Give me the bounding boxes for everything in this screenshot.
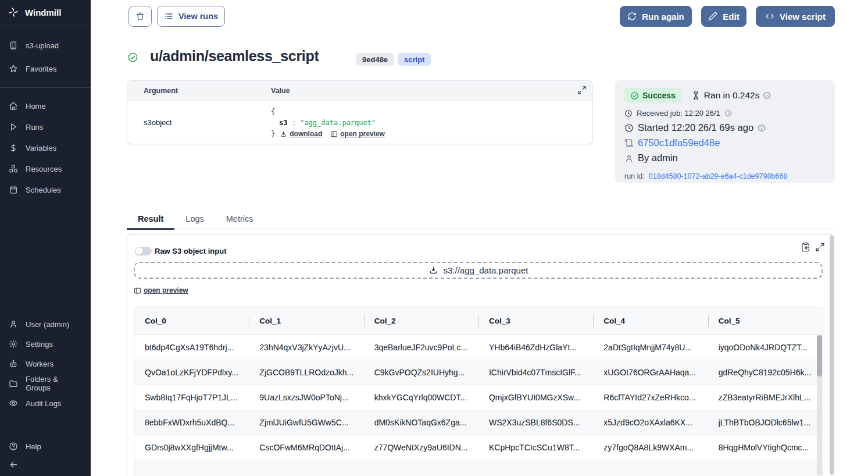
run-again-button[interactable]: Run again <box>620 6 692 27</box>
tab-logs[interactable]: Logs <box>174 213 215 230</box>
sidebar-item-variables[interactable]: Variables <box>0 137 91 158</box>
expand-arguments-button[interactable] <box>577 86 587 95</box>
download-icon <box>280 130 287 138</box>
sidebar-item-label: Favorites <box>26 65 56 73</box>
home-icon <box>9 101 18 111</box>
table-cell: zZB3eatyrRiBMEJrXlhL... <box>708 393 823 402</box>
json-string-value: "agg_data.parquet" <box>300 119 376 127</box>
table-cell: jLThBTbOBJODlc65lw1... <box>708 418 823 427</box>
script-type-badge: script <box>398 53 431 66</box>
column-header-col-4: Col_4 <box>593 307 708 335</box>
sidebar-item-s3-upload[interactable]: s3-upload <box>0 34 91 57</box>
sidebar-item-user-admin[interactable]: User (admin) <box>0 314 91 334</box>
run-by-row: By admin <box>624 152 826 164</box>
script-hash-badge: 9ed48e <box>356 53 394 66</box>
dollar-icon <box>9 143 18 152</box>
result-tabs: ResultLogsMetrics <box>127 213 834 229</box>
s3-file-download-button[interactable]: s3://agg_data.parquet <box>134 262 823 279</box>
calendar-icon <box>9 185 18 194</box>
raw-s3-input-toggle[interactable] <box>135 247 152 255</box>
argument-value-json: { s3 : "agg_data.parquet" } download ope… <box>271 101 385 143</box>
table-row: Swb8Iq17FqHjoT7P1JL...9UazLsxzsJW0oPToNj… <box>134 385 823 410</box>
s3-file-label: s3://agg_data.parquet <box>444 265 528 275</box>
robot-icon <box>9 359 18 368</box>
sidebar-item-audit-logs[interactable]: Audit Logs <box>0 393 91 413</box>
status-badge: Success <box>624 88 681 103</box>
argument-name: s3object <box>127 101 271 143</box>
toggle-knob <box>135 247 143 255</box>
table-cell: khxkYGCqYrlq00WCDT... <box>364 393 478 402</box>
page-title: u/admin/seamless_script <box>150 48 319 65</box>
table-cell: CscOFwM6MRqDOttAj... <box>249 443 363 452</box>
list-icon <box>164 12 173 21</box>
json-key: s3 <box>279 119 287 127</box>
sidebar-item-label: Variables <box>26 144 56 152</box>
sidebar-item-folders-groups[interactable]: Folders & Groups <box>0 374 91 393</box>
column-header-col-2: Col_2 <box>364 307 478 335</box>
table-cell: IChirVbid4c07TmscIGlF... <box>478 368 593 377</box>
star-icon <box>9 64 18 73</box>
maximize-result-button[interactable] <box>815 242 825 252</box>
table-cell: Swb8Iq17FqHjoT7P1JL... <box>134 393 249 402</box>
table-cell: QvOa1oLzKFjYDFPdlxy... <box>134 368 249 377</box>
delete-run-button[interactable] <box>128 6 152 27</box>
run-again-label: Run again <box>642 12 684 22</box>
arguments-row: s3object { s3 : "agg_data.parquet" } dow… <box>127 101 592 143</box>
result-panel-scrollbar[interactable] <box>830 235 834 475</box>
windmill-logo[interactable]: Windmill <box>0 0 91 24</box>
clock-icon <box>624 109 633 118</box>
sidebar-item-schedules[interactable]: Schedules <box>0 179 91 200</box>
copy-result-button[interactable] <box>801 242 810 252</box>
sidebar-item-runs[interactable]: Runs <box>0 116 91 137</box>
refresh-icon <box>627 12 637 21</box>
job-id-link[interactable]: 6750c1dfa59ed48e <box>638 137 720 148</box>
hourglass-icon <box>691 91 701 100</box>
run-id-link[interactable]: 018d4580-1072-ab29-e6a4-c1de9798b668 <box>649 172 787 180</box>
sidebar-item-help[interactable]: Help <box>0 438 91 455</box>
folder-icon <box>9 379 18 388</box>
view-script-button[interactable]: View script <box>756 6 835 27</box>
table-cell: ZjGCOB9TLLROdzoJkh... <box>249 368 363 377</box>
column-header-col-5: Col_5 <box>708 307 823 335</box>
collapse-sidebar-button[interactable] <box>8 459 20 471</box>
sidebar-item-settings[interactable]: Settings <box>0 334 91 354</box>
value-column-header: Value <box>271 87 290 95</box>
table-row: GDrs0j8wXXgfHgjjMtw...CscOFwM6MRqDOttAj.… <box>134 435 823 460</box>
table-scrollbar-thumb[interactable] <box>817 335 822 376</box>
run-status-card: Success Ran in 0.242s Received job: 12:2… <box>615 80 835 183</box>
check-circle-icon <box>630 91 639 100</box>
sidebar-item-label: Resources <box>26 165 62 173</box>
scroll-icon <box>624 138 634 148</box>
started-row: Started 12:20 26/1 69s ago <box>624 122 826 133</box>
edit-button[interactable]: Edit <box>701 6 746 27</box>
table-cell: QmjxGfBYUI0MGzXSw... <box>478 393 593 402</box>
tab-metrics[interactable]: Metrics <box>215 213 265 230</box>
table-cell: 3qeBarlueJF2uvc9PoLc... <box>364 343 478 352</box>
sidebar-item-favorites[interactable]: Favorites <box>0 57 91 80</box>
download-link[interactable]: download <box>280 129 322 140</box>
table-cell: C9kGvPOQZs2IUHyhg... <box>364 368 478 377</box>
result-data-table: Col_0Col_1Col_2Col_3Col_4Col_5 bt6dp4CgX… <box>134 307 823 476</box>
view-runs-button[interactable]: View runs <box>157 6 225 27</box>
open-preview-link[interactable]: open preview <box>330 129 385 140</box>
table-cell: bt6dp4CgXsA19T6hdrj... <box>134 343 249 352</box>
panel-preview-icon <box>330 130 338 138</box>
sidebar-item-resources[interactable]: Resources <box>0 158 91 179</box>
table-cell: R6cfTAYtd27xZeRHkco... <box>593 393 708 402</box>
table-header-row: Col_0Col_1Col_2Col_3Col_4Col_5 <box>134 307 823 335</box>
code-icon <box>765 12 774 21</box>
tab-result[interactable]: Result <box>127 213 174 230</box>
panel-preview-icon <box>134 287 141 294</box>
table-cell: gdReQhyC8192c05H6k... <box>708 368 823 377</box>
table-cell: 23hN4qxV3jZkYyAzjvU... <box>249 343 363 352</box>
table-row: QvOa1oLzKFjYDFPdlxy...ZjGCOB9TLLROdzoJkh… <box>134 360 823 385</box>
sidebar-item-label: Help <box>26 442 41 451</box>
download-icon <box>428 265 438 275</box>
edit-label: Edit <box>723 12 739 22</box>
page: Windmill s3-uploadFavorites HomeRunsVari… <box>0 0 868 476</box>
sidebar-item-workers[interactable]: Workers <box>0 354 91 374</box>
sidebar-item-home[interactable]: Home <box>0 95 91 116</box>
table-cell: GDrs0j8wXXgfHgjjMtw... <box>134 443 249 452</box>
result-open-preview-link[interactable]: open preview <box>134 286 188 294</box>
sidebar: Windmill s3-uploadFavorites HomeRunsVari… <box>0 0 91 476</box>
